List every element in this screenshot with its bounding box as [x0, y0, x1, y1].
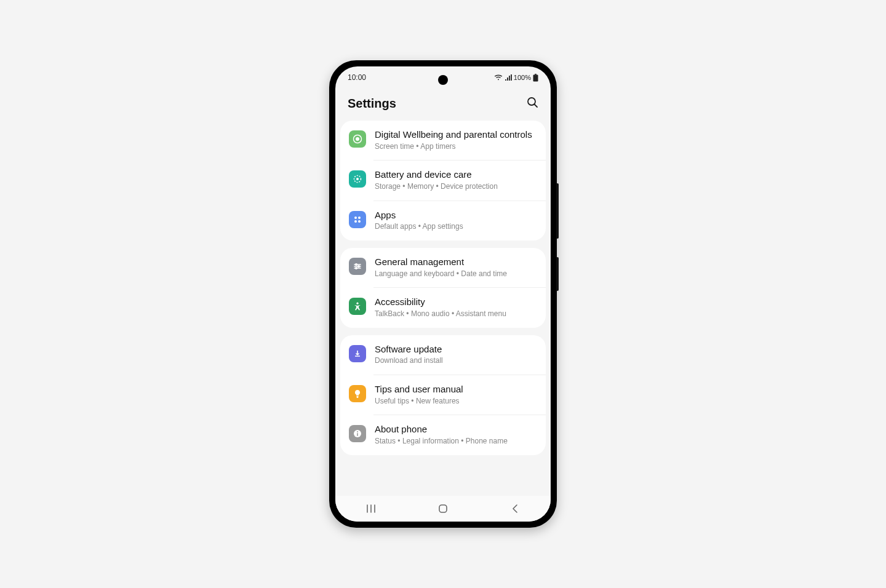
item-title: Apps [375, 210, 537, 221]
item-title: Accessibility [375, 296, 537, 308]
item-subtitle: TalkBack • Mono audio • Assistant menu [375, 309, 537, 319]
back-button[interactable] [497, 496, 533, 522]
battery-icon [533, 74, 538, 82]
battery-text: 100% [514, 74, 531, 81]
about-icon [349, 425, 366, 442]
settings-item-update[interactable]: Software update Download and install [340, 335, 546, 375]
svg-point-5 [356, 137, 359, 141]
item-subtitle: Default apps • App settings [375, 222, 537, 232]
svg-rect-0 [533, 74, 538, 81]
nav-bar [335, 496, 551, 522]
settings-item-battery[interactable]: Battery and device care Storage • Memory… [340, 161, 546, 200]
status-indicators: 100% [494, 74, 538, 82]
update-icon [349, 345, 366, 362]
item-subtitle: Storage • Memory • Device protection [375, 182, 537, 192]
item-title: General management [375, 256, 537, 268]
svg-line-3 [535, 105, 538, 108]
item-title: About phone [375, 424, 537, 435]
home-button[interactable] [425, 496, 461, 522]
item-subtitle: Language and keyboard • Date and time [375, 269, 537, 279]
item-title: Digital Wellbeing and parental controls [375, 129, 537, 141]
general-icon [349, 258, 366, 275]
svg-rect-25 [439, 505, 447, 512]
volume-button[interactable] [556, 183, 559, 239]
item-subtitle: Useful tips • New features [375, 397, 537, 407]
settings-group: Digital Wellbeing and parental controls … [340, 121, 546, 240]
svg-point-9 [358, 217, 361, 219]
item-title: Battery and device care [375, 169, 537, 181]
svg-point-15 [356, 264, 357, 266]
tips-icon [349, 385, 366, 402]
page-title: Settings [348, 97, 396, 111]
accessibility-icon [349, 298, 366, 315]
phone-frame: 10:00 100% Settings [329, 60, 557, 528]
settings-item-general[interactable]: General management Language and keyboard… [340, 248, 546, 287]
wellbeing-icon [349, 130, 366, 148]
settings-item-accessibility[interactable]: Accessibility TalkBack • Mono audio • As… [340, 288, 546, 327]
settings-item-about[interactable]: About phone Status • Legal information •… [340, 415, 546, 455]
wifi-icon [494, 74, 503, 81]
settings-group: Software update Download and install Tip… [340, 335, 546, 455]
svg-point-20 [357, 431, 358, 432]
settings-list[interactable]: Digital Wellbeing and parental controls … [335, 121, 551, 496]
item-subtitle: Status • Legal information • Phone name [375, 437, 537, 447]
item-title: Tips and user manual [375, 384, 537, 395]
item-title: Software update [375, 344, 537, 356]
recents-button[interactable] [353, 496, 389, 522]
settings-item-apps[interactable]: Apps Default apps • App settings [340, 201, 546, 240]
item-subtitle: Screen time • App timers [375, 142, 537, 152]
header: Settings [335, 89, 551, 121]
svg-rect-1 [535, 74, 537, 75]
status-time: 10:00 [348, 73, 366, 82]
settings-group: General management Language and keyboard… [340, 248, 546, 328]
svg-rect-21 [357, 433, 358, 436]
apps-icon [349, 211, 366, 228]
search-icon[interactable] [526, 96, 538, 111]
screen: 10:00 100% Settings [335, 66, 551, 522]
power-button[interactable] [556, 257, 559, 291]
svg-point-11 [358, 220, 361, 223]
settings-item-wellbeing[interactable]: Digital Wellbeing and parental controls … [340, 121, 546, 160]
signal-icon [505, 74, 512, 81]
svg-point-8 [354, 217, 357, 219]
svg-point-18 [356, 303, 358, 304]
svg-point-7 [356, 178, 359, 180]
settings-item-tips[interactable]: Tips and user manual Useful tips • New f… [340, 375, 546, 415]
camera-icon [438, 75, 448, 85]
svg-point-17 [356, 268, 357, 269]
svg-point-16 [358, 266, 360, 268]
item-subtitle: Download and install [375, 356, 537, 366]
battery-care-icon [349, 170, 366, 188]
svg-point-10 [354, 220, 357, 223]
